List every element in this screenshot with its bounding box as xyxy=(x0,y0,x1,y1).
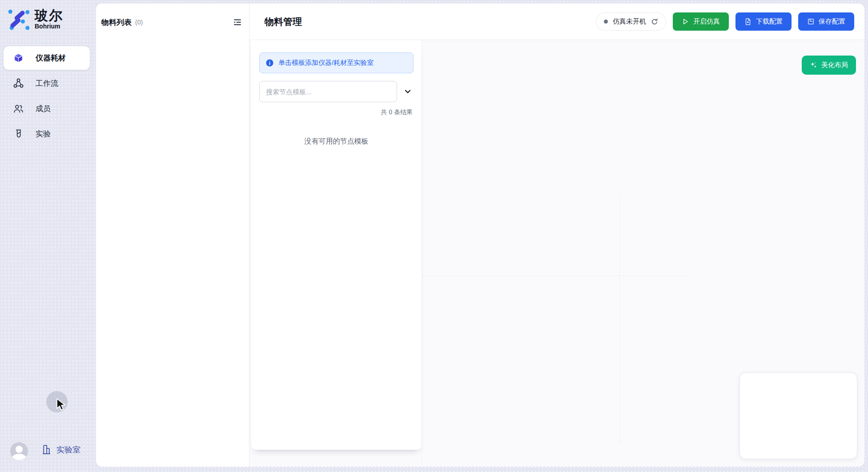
lab-row: 实验室 xyxy=(0,442,96,460)
start-simulation-button[interactable]: 开启仿真 xyxy=(673,12,729,31)
sidebar-item-label: 成员 xyxy=(36,104,51,114)
canvas-guide-line xyxy=(422,40,422,467)
save-config-button[interactable]: 保存配置 xyxy=(798,12,854,31)
file-download-icon xyxy=(744,18,752,25)
sidebar-item-members[interactable]: 成员 xyxy=(4,97,90,120)
main-header: 物料管理 仿真未开机 开启仿真 xyxy=(249,4,864,40)
main-area: 物料管理 仿真未开机 开启仿真 xyxy=(249,4,864,467)
sparkles-icon xyxy=(810,61,817,69)
download-config-button[interactable]: 下载配置 xyxy=(735,12,792,31)
building-icon xyxy=(41,444,52,455)
beautify-layout-label: 美化布局 xyxy=(821,61,848,69)
header-actions: 仿真未开机 开启仿真 xyxy=(596,12,854,31)
sidebar-item-label: 仪器耗材 xyxy=(36,53,66,63)
template-search-input[interactable] xyxy=(259,81,397,102)
user-avatar[interactable] xyxy=(10,442,28,460)
minimap-panel[interactable] xyxy=(739,372,857,459)
info-icon xyxy=(266,59,273,67)
simulation-status-pill: 仿真未开机 xyxy=(596,12,666,31)
beautify-layout-button[interactable]: 美化布局 xyxy=(802,56,856,75)
empty-templates-text: 没有可用的节点模板 xyxy=(251,137,422,146)
material-list-panel: 物料列表 (0) xyxy=(96,4,249,467)
info-banner: 单击模板添加仪器/耗材至实验室 xyxy=(259,52,414,73)
lab-label: 实验室 xyxy=(56,444,80,455)
brand-name: 玻尔 Bohrium xyxy=(35,8,63,30)
info-banner-text: 单击模板添加仪器/耗材至实验室 xyxy=(278,59,374,67)
collapse-panel-button[interactable] xyxy=(232,17,243,28)
cube-icon xyxy=(12,52,24,64)
sidebar-item-label: 实验 xyxy=(36,129,51,139)
download-config-label: 下载配置 xyxy=(756,17,783,26)
page-title: 物料管理 xyxy=(265,16,302,28)
node-template-panel: 单击模板添加仪器/耗材至实验室 共 0 条结果 没有可用的节点模板 xyxy=(251,40,422,450)
material-list-count: (0) xyxy=(135,19,143,26)
mouse-cursor xyxy=(56,398,68,413)
template-search-row xyxy=(259,81,414,102)
refresh-icon[interactable] xyxy=(651,18,658,25)
lab-link[interactable]: 实验室 xyxy=(41,444,80,455)
play-icon xyxy=(682,18,689,25)
canvas-guide-line xyxy=(422,276,687,276)
save-config-label: 保存配置 xyxy=(819,17,845,26)
sidebar-nav: 仪器耗材 工作流 xyxy=(4,46,90,148)
brand-name-zh: 玻尔 xyxy=(35,8,63,23)
sidebar-item-instruments[interactable]: 仪器耗材 xyxy=(4,46,90,70)
avatar-body xyxy=(12,454,26,460)
flow-canvas[interactable]: 单击模板添加仪器/耗材至实验室 共 0 条结果 没有可用的节点模板 xyxy=(249,40,864,467)
expand-filter-button[interactable] xyxy=(402,86,414,97)
avatar-head xyxy=(16,446,23,453)
material-list-header: 物料列表 (0) xyxy=(96,4,249,28)
canvas-guide-line xyxy=(619,195,620,444)
sidebar-item-label: 工作流 xyxy=(36,78,58,88)
save-icon xyxy=(807,18,815,25)
sidebar: 玻尔 Bohrium 仪器耗材 xyxy=(0,0,96,472)
app-root: 玻尔 Bohrium 仪器耗材 xyxy=(0,0,868,472)
chevron-down-icon xyxy=(404,88,412,96)
sidebar-item-workflow[interactable]: 工作流 xyxy=(4,72,90,95)
status-dot-icon xyxy=(604,20,608,24)
workflow-icon xyxy=(12,78,24,89)
menu-fold-icon xyxy=(233,18,242,27)
brand-name-en: Bohrium xyxy=(35,23,63,30)
sidebar-item-experiments[interactable]: 实验 xyxy=(4,122,90,146)
result-count: 共 0 条结果 xyxy=(251,108,413,116)
content-card: 物料列表 (0) 物料管理 仿真未 xyxy=(96,4,864,467)
simulation-status-text: 仿真未开机 xyxy=(613,17,646,26)
start-simulation-label: 开启仿真 xyxy=(693,17,720,26)
test-tube-icon xyxy=(12,128,24,140)
bohrium-logo-icon xyxy=(7,8,29,30)
brand-logo: 玻尔 Bohrium xyxy=(7,8,63,30)
material-list-title: 物料列表 xyxy=(101,17,132,28)
members-icon xyxy=(12,103,24,115)
